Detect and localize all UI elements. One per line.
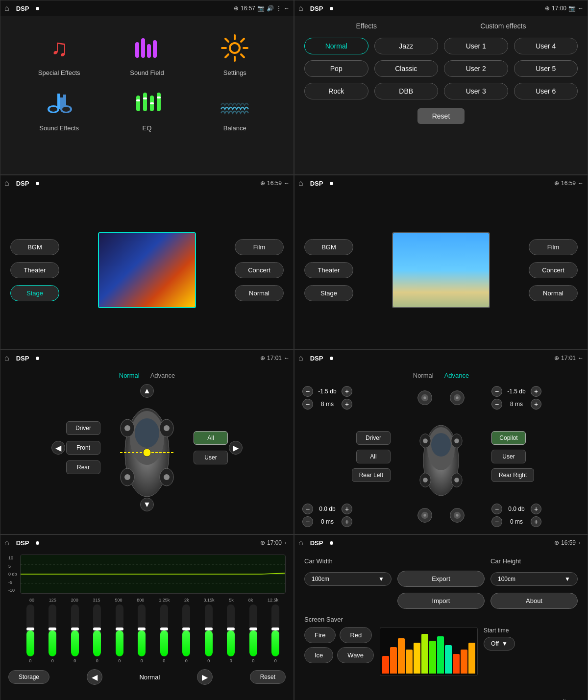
adv-minus-br-db[interactable]: − — [491, 504, 502, 514]
adv-minus-br-ms[interactable]: − — [491, 516, 502, 527]
sf-btn-bgm-p3[interactable]: BGM — [10, 239, 59, 255]
effect-classic[interactable]: Classic — [374, 60, 439, 77]
sp-left-arrow[interactable]: ◀ — [51, 441, 65, 455]
start-time-dropdown[interactable]: Off ▼ — [484, 637, 515, 651]
sp-down-arrow[interactable]: ▼ — [140, 498, 154, 511]
sp-tab-normal-p6[interactable]: Normal — [410, 371, 437, 380]
eq-slider-11[interactable]: 0 — [271, 604, 279, 663]
eq-prev-button[interactable]: ◀ — [87, 669, 102, 685]
ss-btn-wave[interactable]: Wave — [337, 647, 374, 663]
adv-plus-tr-ms[interactable]: + — [531, 399, 541, 410]
sp-btn-front[interactable]: Front — [66, 441, 100, 455]
effect-normal[interactable]: Normal — [304, 38, 368, 54]
sp-btn-rear[interactable]: Rear — [66, 460, 100, 474]
adv-plus-bl-ms[interactable]: + — [342, 516, 352, 527]
eq-slider-9[interactable]: 0 — [227, 604, 235, 663]
sf-btn-normal-p4[interactable]: Normal — [529, 285, 578, 301]
sf-btn-theater-p3[interactable]: Theater — [10, 262, 59, 278]
home-icon[interactable]: ⌂ — [4, 4, 9, 13]
adv-btn-user[interactable]: User — [491, 450, 526, 463]
adv-minus-tr-db[interactable]: − — [491, 386, 502, 397]
balance-item[interactable]: Balance — [196, 86, 274, 132]
adv-plus-tr-db[interactable]: + — [531, 386, 541, 397]
effect-user6[interactable]: User 6 — [514, 83, 578, 99]
sp-up-arrow[interactable]: ▲ — [140, 384, 154, 398]
sound-field-item[interactable]: Sound Field — [108, 31, 186, 76]
home-icon-p6[interactable]: ⌂ — [298, 354, 303, 362]
back-icon-p8[interactable]: ← — [578, 539, 584, 546]
sp-btn-user[interactable]: User — [194, 451, 228, 464]
ss-btn-red[interactable]: Red — [340, 627, 372, 643]
adv-minus-tr-ms[interactable]: − — [491, 399, 502, 410]
special-effects-item[interactable]: ♫ Special Effects — [20, 31, 98, 76]
effect-user1[interactable]: User 1 — [444, 38, 508, 54]
eq-slider-0[interactable]: 0 — [26, 604, 34, 663]
about-button[interactable]: About — [490, 593, 578, 609]
sf-btn-concert-p3[interactable]: Concert — [235, 262, 284, 278]
home-icon-p7[interactable]: ⌂ — [4, 538, 9, 547]
adv-minus-bl-ms[interactable]: − — [302, 516, 313, 527]
sf-btn-film-p4[interactable]: Film — [529, 239, 578, 255]
back-icon-p4[interactable]: ← — [578, 180, 584, 187]
settings-item[interactable]: Settings — [196, 31, 274, 76]
adv-minus-bl-db[interactable]: − — [302, 504, 313, 514]
adv-plus-br-db[interactable]: + — [531, 504, 541, 514]
sf-btn-film-p3[interactable]: Film — [235, 239, 284, 255]
ss-btn-fire[interactable]: Fire — [304, 627, 336, 643]
eq-slider-2[interactable]: 0 — [71, 604, 79, 663]
back-icon-p2[interactable]: ← — [578, 5, 584, 12]
adv-btn-rear-right[interactable]: Rear Right — [491, 468, 534, 482]
eq-slider-10[interactable]: 0 — [249, 604, 257, 663]
sf-btn-concert-p4[interactable]: Concert — [529, 262, 578, 278]
eq-reset-button[interactable]: Reset — [250, 670, 286, 684]
eq-slider-1[interactable]: 0 — [49, 604, 56, 663]
eq-next-button[interactable]: ▶ — [197, 669, 213, 685]
adv-btn-rear-left[interactable]: Rear Left — [352, 468, 391, 482]
adv-btn-copilot[interactable]: Copilot — [491, 431, 526, 445]
adv-plus-tl-ms[interactable]: + — [342, 399, 352, 410]
eq-slider-5[interactable]: 0 — [138, 604, 146, 663]
home-icon-p4[interactable]: ⌂ — [298, 179, 303, 188]
import-button[interactable]: Import — [397, 593, 485, 609]
car-height-dropdown[interactable]: 100cm ▼ — [490, 572, 578, 586]
back-icon-p6[interactable]: ← — [578, 355, 584, 362]
sp-tab-advance[interactable]: Advance — [147, 371, 178, 380]
sp-btn-driver[interactable]: Driver — [66, 421, 100, 435]
eq-slider-6[interactable]: 0 — [160, 604, 168, 663]
sf-btn-stage-p3[interactable]: Stage — [10, 285, 59, 301]
eq-slider-8[interactable]: 0 — [205, 604, 213, 663]
home-icon-p5[interactable]: ⌂ — [4, 354, 9, 362]
ss-btn-ice[interactable]: Ice — [304, 647, 333, 663]
effect-user3[interactable]: User 3 — [444, 83, 508, 99]
eq-slider-3[interactable]: 0 — [93, 604, 101, 663]
eq-storage-button[interactable]: Storage — [8, 670, 49, 684]
adv-plus-bl-db[interactable]: + — [342, 504, 352, 514]
sp-tab-normal[interactable]: Normal — [116, 371, 143, 380]
effect-user5[interactable]: User 5 — [514, 60, 578, 77]
sf-btn-stage-p4[interactable]: Stage — [304, 285, 353, 301]
effect-rock[interactable]: Rock — [304, 83, 368, 99]
effect-dbb[interactable]: DBB — [374, 83, 439, 99]
adv-plus-br-ms[interactable]: + — [531, 516, 541, 527]
adv-minus-tl-ms[interactable]: − — [302, 399, 313, 410]
export-button[interactable]: Export — [397, 571, 485, 587]
eq-slider-7[interactable]: 0 — [182, 604, 190, 663]
sp-tab-advance-p6[interactable]: Advance — [441, 371, 472, 380]
adv-btn-all[interactable]: All — [356, 450, 391, 463]
back-icon-p5[interactable]: ← — [284, 355, 290, 362]
effect-user2[interactable]: User 2 — [444, 60, 508, 77]
sp-btn-all[interactable]: All — [194, 431, 228, 445]
adv-minus-tl-db[interactable]: − — [302, 386, 313, 397]
sp-right-arrow[interactable]: ▶ — [229, 441, 243, 455]
reset-button[interactable]: Reset — [417, 108, 465, 124]
home-icon-p3[interactable]: ⌂ — [4, 179, 9, 188]
eq-slider-4[interactable]: 0 — [116, 604, 123, 663]
car-width-dropdown[interactable]: 100cm ▼ — [304, 572, 392, 586]
home-icon-p8[interactable]: ⌂ — [298, 538, 303, 547]
effect-user4[interactable]: User 4 — [514, 38, 578, 54]
sf-btn-theater-p4[interactable]: Theater — [304, 262, 353, 278]
adv-plus-tl-db[interactable]: + — [342, 386, 352, 397]
adv-btn-driver[interactable]: Driver — [356, 431, 391, 445]
back-icon-p7[interactable]: ← — [284, 539, 290, 546]
sound-effects-item[interactable]: Sound Effects — [20, 86, 98, 132]
